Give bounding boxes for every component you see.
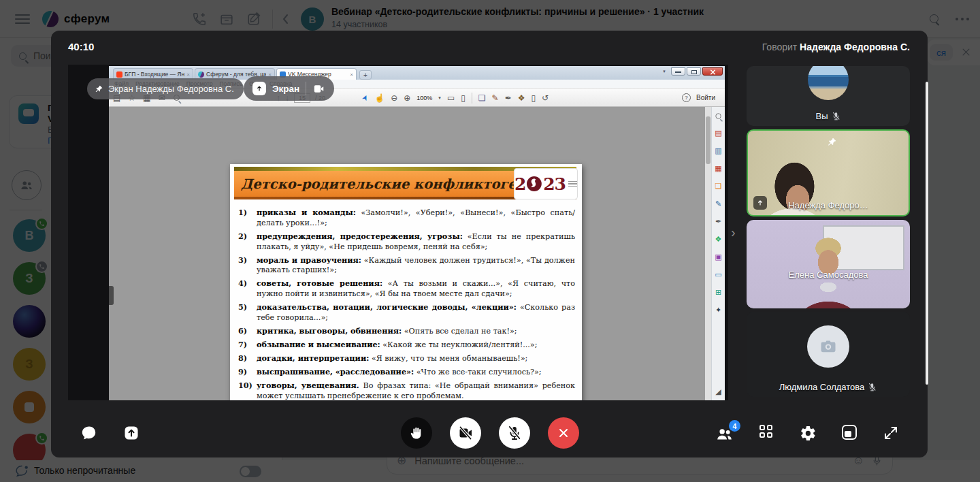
zoom-caret-icon[interactable]: ▾ xyxy=(438,95,441,101)
close-icon xyxy=(557,426,570,440)
expand-icon xyxy=(883,425,899,441)
participant-name: Людмила Солдатова xyxy=(779,382,865,392)
year-2023-logo: 2 23 xyxy=(514,168,578,199)
list-item: 5)доказательства, нотации, логические до… xyxy=(238,302,575,323)
screen-share-banner: Экран Надежды Федоровна С. xyxy=(87,78,244,99)
pip-button[interactable] xyxy=(842,425,857,440)
pip-icon xyxy=(842,425,857,440)
rail-tool-icon[interactable]: ▣ xyxy=(715,253,721,261)
restore-button[interactable] xyxy=(687,67,701,76)
toolbar-separator xyxy=(472,93,472,103)
camera-icon[interactable] xyxy=(312,82,325,95)
minimize-button[interactable] xyxy=(671,67,685,76)
signin-button[interactable]: Войти xyxy=(696,94,715,101)
slide-list: 1)приказы и команды: «Замолчи!», «Убери!… xyxy=(238,208,575,400)
help-icon[interactable]: ? xyxy=(682,93,691,102)
participants-scrollbar[interactable] xyxy=(926,82,928,385)
hand-tool-icon[interactable]: ☝ xyxy=(374,93,385,103)
mic-off-icon xyxy=(506,425,523,441)
grid-view-button[interactable] xyxy=(760,425,772,438)
collapse-panel-chevron-icon[interactable]: › xyxy=(731,225,739,239)
tab-close-icon[interactable]: × xyxy=(186,71,190,78)
chat-button[interactable] xyxy=(81,425,97,441)
trash-icon[interactable]: ▯ xyxy=(531,93,536,103)
call-timer: 40:10 xyxy=(68,41,94,52)
tab-list-chevron-icon[interactable]: ▾ xyxy=(659,67,670,76)
fullscreen-button[interactable] xyxy=(883,425,899,441)
stamp-icon[interactable]: ❖ xyxy=(518,93,525,103)
screen-share-active-icon[interactable] xyxy=(252,82,266,95)
rail-tool-icon[interactable]: ✒ xyxy=(715,217,721,226)
screen-share-icon xyxy=(123,425,140,441)
call-window: 40:10 Говорит Надежда Федоровна С. БГП -… xyxy=(51,31,928,457)
pencil-icon[interactable]: ✎ xyxy=(492,93,499,103)
browser-tab-bar: БГП - Входящие — Яндекс Почта × Сферум -… xyxy=(109,66,725,80)
participants-button[interactable]: 4 xyxy=(715,425,734,443)
participant-name: Надежда Федоро… xyxy=(788,200,868,210)
rail-search-icon[interactable] xyxy=(715,113,721,118)
document-scrollbar[interactable] xyxy=(705,107,711,400)
end-call-button[interactable] xyxy=(548,417,579,449)
camera-placeholder xyxy=(807,325,849,368)
rail-tool-icon[interactable]: ✎ xyxy=(715,199,721,208)
list-item: 2)предупреждения, предостережения, угроз… xyxy=(238,231,575,253)
rail-tool-icon[interactable]: ❖ xyxy=(715,235,722,244)
participant-video xyxy=(747,220,910,308)
screen-share-button[interactable] xyxy=(123,425,140,441)
rail-tool-icon[interactable]: ▥ xyxy=(715,146,721,155)
mic-muted-icon xyxy=(867,382,877,392)
share-controls-pill: Экран xyxy=(244,76,334,101)
logo-digit: 2 xyxy=(514,174,525,194)
participant-tile-self[interactable]: Вы xyxy=(747,66,910,126)
participant-name: Вы xyxy=(815,111,828,121)
tab-title: БГП - Входящие — Яндекс Почта xyxy=(125,71,184,78)
zoom-in-icon[interactable]: ⊕ xyxy=(404,93,410,103)
camera-off-icon xyxy=(457,425,474,441)
participant-tile[interactable]: Елена Самосадова xyxy=(747,220,910,308)
rail-tool-icon[interactable]: ▭ xyxy=(715,270,721,279)
rail-tool-icon[interactable]: ✦ xyxy=(715,306,721,315)
list-item: 8)догадки, интерпретации: «Я вижу, что т… xyxy=(238,353,575,364)
mic-toggle-button[interactable] xyxy=(499,417,530,449)
participants-count-badge: 4 xyxy=(729,420,740,432)
rail-tool-icon[interactable]: ▤ xyxy=(715,129,721,138)
speaking-prefix: Говорит xyxy=(762,42,798,52)
speaking-indicator: Говорит Надежда Федоровна С. xyxy=(762,42,910,52)
new-tab-button[interactable]: + xyxy=(359,70,372,80)
close-window-button[interactable] xyxy=(702,67,723,76)
share-pill-label: Экран xyxy=(272,84,299,94)
rail-corner-icon[interactable]: ◢ xyxy=(715,387,721,396)
rotate-icon[interactable]: ↺ xyxy=(542,93,549,103)
pdf-document-area: Детско-родительские конфликтогены 2 23 1… xyxy=(109,107,711,400)
camera-toggle-button[interactable] xyxy=(450,417,481,449)
list-item: 3)мораль и правоучения: «Каждый человек … xyxy=(238,255,575,276)
shared-browser-window: БГП - Входящие — Яндекс Почта × Сферум -… xyxy=(109,66,725,400)
pelican-emblem-icon xyxy=(526,176,542,192)
screen-share-stage: БГП - Входящие — Яндекс Почта × Сферум -… xyxy=(68,65,728,400)
zoom-out-icon[interactable]: ⊖ xyxy=(391,93,397,103)
rail-tool-icon[interactable]: ❏ xyxy=(715,182,722,191)
fit-page-icon[interactable]: ▯ xyxy=(461,93,466,103)
rail-tool-icon[interactable]: ⊞ xyxy=(715,288,721,297)
raise-hand-button[interactable] xyxy=(401,417,432,449)
mic-muted-icon xyxy=(831,111,841,121)
fit-width-icon[interactable]: ▭ xyxy=(447,93,455,103)
list-item: 10)уговоры, увещевания. Во фразах типа: … xyxy=(238,381,575,400)
list-item: 4)советы, готовые решения: «А ты возьми … xyxy=(238,278,575,300)
gear-icon xyxy=(800,425,817,442)
speaking-name: Надежда Федоровна С. xyxy=(800,42,910,52)
tab-close-icon[interactable]: × xyxy=(350,71,353,78)
zoom-level[interactable]: 100% xyxy=(416,95,432,101)
participant-tile-speaking[interactable]: Надежда Федоро… xyxy=(747,129,910,216)
chat-icon xyxy=(81,425,97,441)
participant-tile[interactable]: Людмила Солдатова xyxy=(747,312,910,397)
pdf-slide: Детско-родительские конфликтогены 2 23 1… xyxy=(230,164,582,400)
panel-handle[interactable] xyxy=(109,286,114,305)
settings-button[interactable] xyxy=(800,425,817,442)
pin-icon xyxy=(94,84,103,94)
rail-tool-icon[interactable]: ▦ xyxy=(715,164,721,173)
slide-title: Детско-родительские конфликтогены xyxy=(234,176,540,192)
sign-icon[interactable]: ✒ xyxy=(505,93,512,103)
select-tool-icon[interactable]: ➤ xyxy=(360,93,371,103)
comment-icon[interactable]: ❏ xyxy=(478,93,486,103)
